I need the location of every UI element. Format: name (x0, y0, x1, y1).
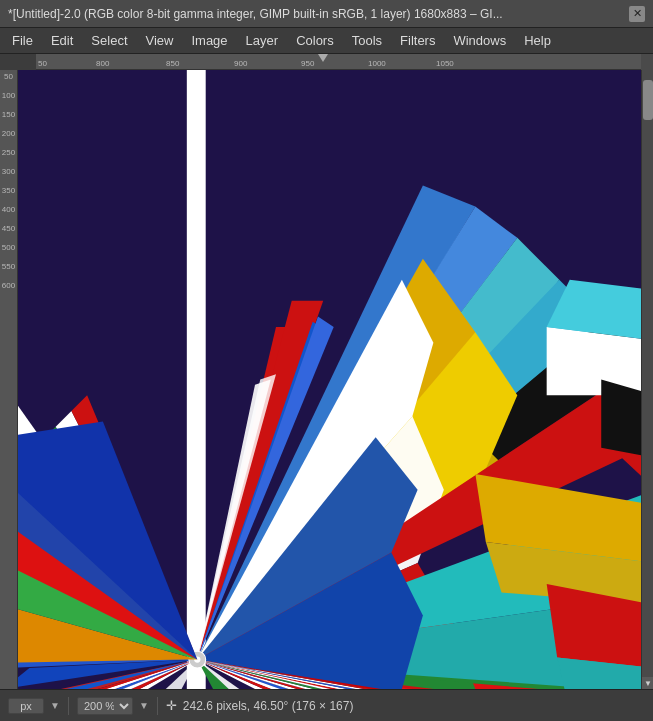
ruler-marker (318, 54, 328, 62)
menu-filters[interactable]: Filters (392, 31, 443, 50)
svg-marker-80 (601, 380, 641, 459)
canvas-svg (18, 70, 641, 689)
unit-arrow: ▼ (50, 700, 60, 711)
zoom-selector[interactable]: 200 % 100 % 50 % 25 % (77, 697, 133, 715)
svg-marker-78 (547, 327, 641, 395)
vertical-scrollbar[interactable]: ▼ (641, 70, 653, 689)
window-title: *[Untitled]-2.0 (RGB color 8-bit gamma i… (8, 7, 629, 21)
status-divider-2 (157, 697, 158, 715)
canvas-area[interactable] (18, 70, 641, 689)
scrollbar-thumb[interactable] (643, 80, 653, 120)
menu-layer[interactable]: Layer (238, 31, 287, 50)
menu-tools[interactable]: Tools (344, 31, 390, 50)
menu-edit[interactable]: Edit (43, 31, 81, 50)
svg-rect-3 (187, 70, 206, 689)
titlebar: *[Untitled]-2.0 (RGB color 8-bit gamma i… (0, 0, 653, 28)
horizontal-ruler: 50 800 850 900 950 1000 1050 (36, 54, 641, 70)
ruler-corner-top (641, 54, 653, 70)
menu-file[interactable]: File (4, 31, 41, 50)
scroll-arrow-down[interactable]: ▼ (642, 677, 653, 689)
menu-windows[interactable]: Windows (445, 31, 514, 50)
menubar: File Edit Select View Image Layer Colors… (0, 28, 653, 54)
statusbar: px in mm ▼ 200 % 100 % 50 % 25 % ▼ ✛ 242… (0, 689, 653, 721)
menu-image[interactable]: Image (183, 31, 235, 50)
vertical-ruler: 50 100 150 200 250 300 350 400 450 500 5… (0, 70, 18, 689)
menu-colors[interactable]: Colors (288, 31, 342, 50)
menu-help[interactable]: Help (516, 31, 559, 50)
status-info: 242.6 pixels, 46.50° (176 × 167) (183, 699, 645, 713)
menu-view[interactable]: View (138, 31, 182, 50)
unit-selector[interactable]: px in mm (8, 698, 44, 714)
cursor-icon: ✛ (166, 698, 177, 713)
menu-select[interactable]: Select (83, 31, 135, 50)
zoom-arrow: ▼ (139, 700, 149, 711)
main-area: 50 100 150 200 250 300 350 400 450 500 5… (0, 70, 653, 689)
close-button[interactable]: ✕ (629, 6, 645, 22)
status-divider-1 (68, 697, 69, 715)
